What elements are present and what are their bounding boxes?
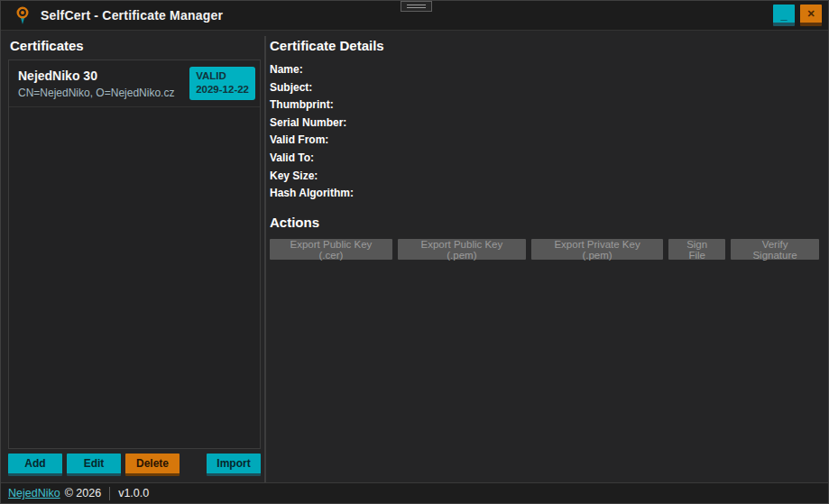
field-subject: Subject:	[270, 79, 819, 97]
title-bar[interactable]: SelfCert - Certificate Manager _ ✕	[1, 1, 828, 31]
actions-toolbar: Export Public Key (.cer) Export Public K…	[270, 239, 819, 260]
field-key-size-label: Key Size:	[270, 170, 318, 182]
main-content: Certificates NejedNiko 30 CN=NejedNiko, …	[1, 31, 828, 482]
field-valid-to: Valid To:	[270, 150, 819, 168]
certificate-details-panel: Certificate Details Name: Subject: Thumb…	[266, 31, 828, 482]
field-thumbprint-label: Thumbprint:	[270, 98, 334, 111]
field-hash-algorithm: Hash Algorithm:	[270, 185, 819, 203]
window-controls: _ ✕	[773, 5, 822, 26]
field-thumbprint: Thumbprint:	[270, 96, 819, 115]
certificate-actions-bar: Add Edit Delete Import	[8, 454, 261, 476]
sign-file-button[interactable]: Sign File	[668, 239, 725, 260]
export-private-key-pem-button[interactable]: Export Private Key (.pem)	[531, 239, 663, 260]
field-hash-algorithm-label: Hash Algorithm:	[270, 187, 354, 199]
certificate-ribbon-icon	[15, 6, 30, 25]
certificate-list[interactable]: NejedNiko 30 CN=NejedNiko, O=NejedNiko.c…	[8, 60, 261, 449]
details-heading: Certificate Details	[270, 38, 819, 53]
minimize-button[interactable]: _	[773, 5, 795, 26]
minimize-icon: _	[773, 5, 795, 23]
field-serial-number: Serial Number:	[270, 115, 819, 133]
footer-divider	[109, 487, 110, 500]
verify-signature-button[interactable]: Verify Signature	[731, 239, 819, 260]
certificate-item-text: NejedNiko 30 CN=NejedNiko, O=NejedNiko.c…	[18, 69, 174, 99]
validity-expiry-date: 2029-12-22	[196, 83, 249, 96]
certificates-heading: Certificates	[10, 38, 261, 53]
edit-button[interactable]: Edit	[67, 454, 121, 476]
field-name-label: Name:	[270, 63, 303, 76]
certificates-panel: Certificates NejedNiko 30 CN=NejedNiko, …	[1, 31, 264, 482]
close-button[interactable]: ✕	[800, 5, 822, 26]
field-name: Name:	[270, 61, 819, 79]
validity-status: VALID	[196, 69, 249, 83]
field-subject-label: Subject:	[270, 81, 312, 94]
close-icon: ✕	[800, 5, 822, 23]
certificate-list-item[interactable]: NejedNiko 30 CN=NejedNiko, O=NejedNiko.c…	[9, 60, 260, 107]
author-link[interactable]: NejedNiko	[8, 487, 60, 499]
status-bar: NejedNiko © 2026 v1.0.0	[1, 482, 828, 503]
app-window: SelfCert - Certificate Manager _ ✕ Certi…	[0, 0, 829, 504]
certificate-subject: CN=NejedNiko, O=NejedNiko.cz	[18, 87, 174, 99]
field-serial-number-label: Serial Number:	[270, 116, 346, 129]
field-valid-from: Valid From:	[270, 132, 819, 150]
validity-badge: VALID 2029-12-22	[189, 67, 255, 100]
certificate-name: NejedNiko 30	[18, 69, 174, 83]
field-valid-from-label: Valid From:	[270, 133, 328, 146]
add-button[interactable]: Add	[8, 454, 62, 476]
field-key-size: Key Size:	[270, 168, 819, 186]
field-valid-to-label: Valid To:	[270, 151, 314, 164]
version-text: v1.0.0	[118, 487, 149, 499]
copyright-text: © 2026	[65, 487, 102, 499]
export-public-key-pem-button[interactable]: Export Public Key (.pem)	[398, 239, 526, 260]
import-button[interactable]: Import	[207, 454, 261, 476]
snap-layout-widget[interactable]	[401, 1, 432, 12]
window-title: SelfCert - Certificate Manager	[41, 8, 223, 23]
actions-heading: Actions	[270, 215, 819, 230]
export-public-key-cer-button[interactable]: Export Public Key (.cer)	[270, 239, 392, 260]
delete-button[interactable]: Delete	[125, 454, 180, 476]
